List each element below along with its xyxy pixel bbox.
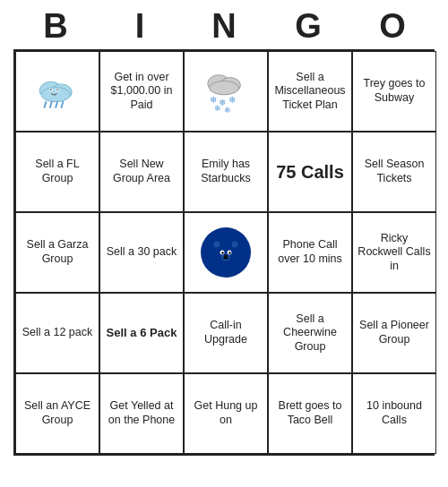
- cell-1-4[interactable]: Sell Season Tickets: [352, 132, 436, 212]
- cell-4-3[interactable]: Brett goes to Taco Bell: [268, 373, 352, 454]
- svg-point-27: [228, 252, 230, 253]
- cell-1-0-text: Sell a FL Group: [20, 158, 95, 185]
- letter-g: G: [271, 7, 346, 46]
- cell-0-3[interactable]: Sell a Miscellaneous Ticket Plan: [268, 51, 352, 132]
- cell-3-1-text: Sell a 6 Pack: [107, 326, 177, 340]
- cell-4-1-text: Get Yelled at on the Phone: [104, 399, 179, 427]
- cell-1-1-text: Sell New Group Area: [104, 158, 179, 185]
- letter-n: N: [186, 7, 262, 46]
- cell-4-1[interactable]: Get Yelled at on the Phone: [99, 373, 184, 454]
- bingo-grid: Get in over $1,000.00 in Paid ❄ ❄ ❄ ❄ ❄ …: [13, 49, 435, 456]
- svg-line-10: [62, 102, 64, 107]
- svg-point-22: [214, 242, 220, 248]
- svg-text:❄: ❄: [210, 95, 217, 105]
- svg-line-7: [45, 102, 47, 107]
- cell-4-0-text: Sell an AYCE Group: [20, 399, 95, 427]
- svg-point-6: [56, 89, 58, 90]
- cell-2-3[interactable]: Phone Call over 10 mins: [268, 212, 352, 293]
- svg-point-26: [221, 252, 223, 253]
- cell-3-3-text: Sell a Cheerwine Group: [272, 312, 348, 355]
- svg-line-9: [56, 102, 57, 107]
- cell-1-3-text: 75 Calls: [276, 161, 344, 184]
- cell-4-0[interactable]: Sell an AYCE Group: [15, 373, 99, 454]
- svg-text:❄: ❄: [224, 106, 231, 115]
- cell-3-4[interactable]: Sell a Pioneer Group: [352, 293, 436, 373]
- svg-point-4: [50, 89, 52, 90]
- cell-2-0[interactable]: Sell a Garza Group: [15, 212, 99, 293]
- cell-2-1-text: Sell a 30 pack: [107, 245, 177, 260]
- bear-icon: [201, 227, 251, 278]
- cell-1-2[interactable]: Emily has Starbucks: [184, 132, 268, 212]
- svg-text:❄: ❄: [228, 95, 236, 105]
- svg-point-30: [224, 255, 228, 258]
- cell-2-2[interactable]: [184, 212, 268, 293]
- cell-3-0[interactable]: Sell a 12 pack: [15, 293, 99, 373]
- bingo-header: B I N G O: [13, 0, 435, 49]
- cell-0-0[interactable]: [15, 51, 99, 132]
- cell-2-4[interactable]: Ricky Rockwell Calls in: [352, 212, 436, 293]
- cell-0-4[interactable]: Trey goes to Subway: [352, 51, 436, 132]
- cell-1-0[interactable]: Sell a FL Group: [15, 132, 99, 212]
- cell-2-4-text: Ricky Rockwell Calls in: [357, 232, 432, 274]
- svg-point-13: [210, 81, 239, 94]
- cell-2-1[interactable]: Sell a 30 pack: [99, 212, 184, 293]
- svg-point-23: [232, 242, 238, 248]
- letter-i: I: [102, 7, 177, 46]
- cell-0-1-text: Get in over $1,000.00 in Paid: [104, 71, 179, 113]
- cell-4-2[interactable]: Get Hung up on: [184, 373, 268, 454]
- cell-0-2[interactable]: ❄ ❄ ❄ ❄ ❄: [184, 51, 268, 132]
- cell-1-1[interactable]: Sell New Group Area: [99, 132, 184, 212]
- cell-3-2-text: Call-in Upgrade: [188, 319, 263, 346]
- svg-text:❄: ❄: [214, 104, 221, 113]
- cell-1-2-text: Emily has Starbucks: [188, 158, 263, 185]
- cell-4-3-text: Brett goes to Taco Bell: [272, 399, 348, 427]
- cell-2-0-text: Sell a Garza Group: [20, 238, 95, 266]
- snow-cloud-icon: ❄ ❄ ❄ ❄ ❄: [200, 68, 252, 115]
- cell-4-4-text: 10 inbound Calls: [357, 399, 432, 427]
- cell-1-4-text: Sell Season Tickets: [357, 158, 432, 185]
- cell-0-4-text: Trey goes to Subway: [357, 77, 432, 105]
- cell-0-3-text: Sell a Miscellaneous Ticket Plan: [272, 71, 348, 113]
- cell-3-2[interactable]: Call-in Upgrade: [184, 293, 268, 373]
- cell-3-3[interactable]: Sell a Cheerwine Group: [268, 293, 352, 373]
- cell-3-0-text: Sell a 12 pack: [22, 326, 93, 340]
- cell-2-3-text: Phone Call over 10 mins: [272, 238, 348, 266]
- cell-4-2-text: Get Hung up on: [188, 399, 263, 427]
- svg-line-8: [50, 102, 52, 107]
- cell-4-4[interactable]: 10 inbound Calls: [352, 373, 436, 454]
- cell-1-3[interactable]: 75 Calls: [268, 132, 352, 212]
- cell-3-1[interactable]: Sell a 6 Pack: [99, 293, 184, 373]
- letter-b: B: [18, 7, 93, 46]
- rain-cloud-icon: [33, 73, 82, 109]
- letter-o: O: [355, 7, 430, 46]
- cell-0-1[interactable]: Get in over $1,000.00 in Paid: [99, 51, 184, 132]
- cell-3-4-text: Sell a Pioneer Group: [357, 319, 432, 346]
